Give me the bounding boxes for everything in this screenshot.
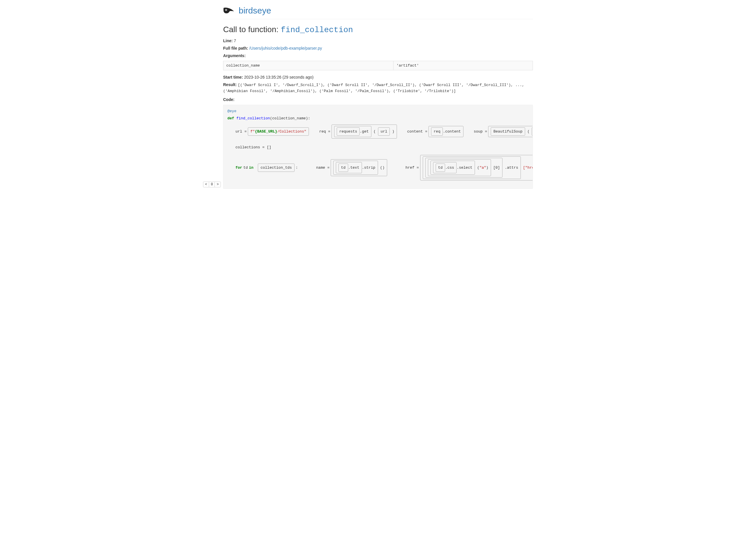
arg-name-cell: collection_name (223, 61, 393, 70)
expr-box[interactable]: td.css .select (430, 161, 475, 175)
file-path-link[interactable]: /Users/juhis/code/pdb-example/parser.py (249, 46, 322, 51)
header: birdseye (223, 6, 533, 19)
code-line: href = td.css .select ("a") (389, 155, 533, 181)
code-line: content = req.content (399, 126, 464, 137)
arguments-label: Arguments: (223, 53, 533, 58)
loop-iteration-nav: < 0 > (203, 182, 221, 187)
code-line: for td in collection_tds : (227, 163, 298, 172)
expr-box[interactable]: BeautifulSoup (491, 127, 525, 136)
function-name-link[interactable]: find_collection (281, 25, 353, 35)
expr-box[interactable]: td (436, 163, 445, 172)
line-number: Line: 7 (223, 38, 533, 43)
expr-box[interactable]: td.css .select ("a") [0] .attrs (423, 156, 521, 179)
arg-value-cell: 'artifact' (393, 61, 533, 70)
expr-box[interactable]: td.css (433, 162, 457, 174)
birdseye-logo-icon (223, 6, 234, 15)
expr-box[interactable]: td.css .select ("a") (428, 159, 491, 176)
page-title: Call to function: find_collection (223, 25, 533, 35)
code-label: Code: (223, 97, 533, 102)
loop-prev-button[interactable]: < (203, 182, 209, 187)
title-prefix: Call to function: (223, 25, 281, 34)
expr-box[interactable]: td.css .select ("a") [0] (425, 158, 503, 178)
expr-box[interactable]: requests.get ( url ) (331, 124, 397, 139)
loop-current-index: 0 (209, 182, 214, 187)
loop-next-button[interactable]: > (214, 182, 221, 187)
code-line: name = td.text .strip () (300, 159, 387, 176)
result: Result: [('Dwarf Scroll I', '/Dwarf_Scro… (223, 82, 533, 94)
expr-box[interactable]: requests.get (334, 126, 371, 137)
expr-box[interactable]: url (378, 127, 390, 136)
expr-box[interactable]: BeautifulSoup ( content, "html.parser") (488, 126, 533, 137)
code-line: def find_collection(collection_name): (227, 116, 529, 121)
expr-box[interactable]: td.text .strip (333, 161, 378, 175)
expr-box[interactable]: td (339, 163, 348, 172)
expr-box[interactable]: content (532, 127, 533, 136)
code-line: collections = [] (227, 145, 529, 150)
code-line: soup = BeautifulSoup ( content, "html.pa… (466, 126, 533, 137)
code-line: req = requests.get ( url ) (311, 124, 397, 139)
expr-box[interactable]: req.content (428, 126, 464, 137)
brand-link[interactable]: birdseye (239, 6, 271, 16)
expr-box[interactable]: f"{BASE_URL}/Collections" (248, 127, 309, 136)
code-line: url = f"{BASE_URL}/Collections" (227, 127, 309, 136)
svg-point-1 (226, 9, 227, 10)
expr-box[interactable]: req (431, 127, 443, 136)
expr-box[interactable]: requests (337, 127, 360, 136)
arguments-table: collection_name 'artifact' (223, 61, 533, 70)
file-path: Full file path: /Users/juhis/code/pdb-ex… (223, 46, 533, 51)
expr-box[interactable]: td.text (336, 162, 362, 174)
expr-box[interactable]: td.css .select ("a") [0] .attrs ["href"] (420, 155, 533, 181)
start-time: Start time: 2023-10-26 13:35:26 (29 seco… (223, 75, 533, 79)
expr-box[interactable]: collection_tds (258, 163, 294, 172)
expr-box[interactable]: td.text .strip () (331, 159, 387, 176)
code-line: @eye (227, 108, 529, 114)
code-panel: @eye def find_collection(collection_name… (223, 105, 533, 189)
table-row: collection_name 'artifact' (223, 61, 533, 70)
